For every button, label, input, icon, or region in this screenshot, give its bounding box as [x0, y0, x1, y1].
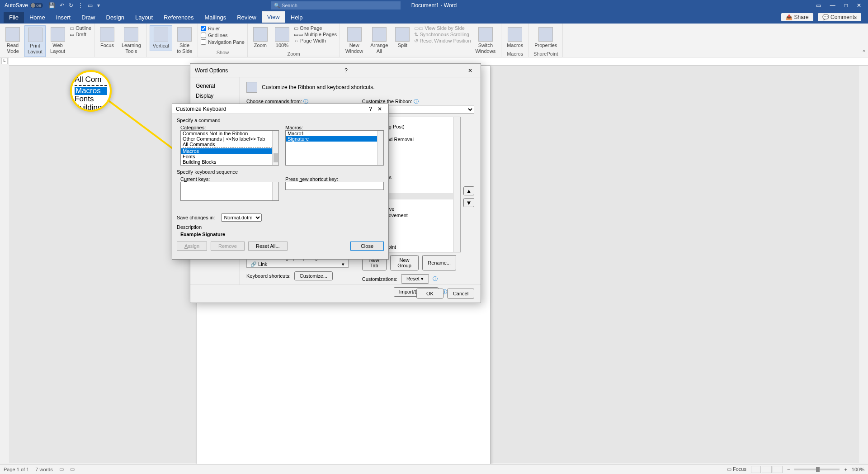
- zoom-button[interactable]: Zoom: [250, 25, 270, 50]
- title-bar: AutoSave Off 💾 ↶ ↻ ⋮ ▭ ▾ Document1 - Wor…: [0, 0, 868, 11]
- dialog-title: Customize Keyboard: [176, 106, 226, 112]
- toggle-switch[interactable]: Off: [30, 3, 43, 8]
- reset-all-button[interactable]: Reset All...: [248, 242, 288, 251]
- macro-record-icon[interactable]: ▭: [70, 466, 75, 472]
- group-label: Show: [201, 49, 245, 55]
- learning-tools-button[interactable]: LearningTools: [119, 25, 144, 56]
- scrollbar[interactable]: [377, 131, 383, 165]
- read-view-icon[interactable]: [751, 466, 761, 473]
- scrollbar[interactable]: [453, 117, 460, 252]
- save-in-select[interactable]: Normal.dotm: [221, 213, 262, 222]
- reset-button[interactable]: Reset ▾: [401, 274, 429, 284]
- new-shortcut-label: Press new shortcut key:: [285, 176, 384, 182]
- move-down-button[interactable]: ▼: [463, 198, 474, 207]
- tab-view[interactable]: View: [262, 11, 285, 24]
- page-width-button[interactable]: ↔ Page Width: [294, 38, 337, 43]
- list-item[interactable]: 🔗 Link ▾: [247, 261, 348, 268]
- tab-home[interactable]: Home: [24, 12, 51, 23]
- spell-check-icon[interactable]: ▭: [59, 466, 64, 472]
- page-status[interactable]: Page 1 of 1: [4, 467, 29, 472]
- close-icon[interactable]: ✕: [857, 2, 861, 9]
- switch-windows-button[interactable]: SwitchWindows: [473, 25, 499, 56]
- share-button[interactable]: 📤 Share: [781, 13, 813, 21]
- group-label: SharePoint: [532, 50, 560, 57]
- multiple-pages-button[interactable]: ▭▭ Multiple Pages: [294, 32, 337, 38]
- nav-display[interactable]: Display: [190, 91, 240, 101]
- tab-references[interactable]: References: [158, 12, 199, 23]
- macros-button[interactable]: Macros: [504, 25, 526, 50]
- web-layout-button[interactable]: WebLayout: [47, 25, 68, 56]
- draft-button[interactable]: ▭ Draft: [70, 32, 91, 38]
- focus-button[interactable]: Focus: [97, 25, 117, 50]
- gridlines-checkbox[interactable]: Gridlines: [201, 32, 245, 38]
- qat-dropdown-icon[interactable]: ▾: [97, 2, 100, 9]
- help-icon[interactable]: ?: [341, 66, 351, 76]
- collapse-ribbon-icon[interactable]: ˄: [862, 49, 866, 57]
- redo-icon[interactable]: ↻: [69, 2, 73, 9]
- search-box[interactable]: 🔍 Search: [271, 1, 401, 9]
- nav-general[interactable]: General: [190, 81, 240, 91]
- zoom-in-icon[interactable]: +: [844, 467, 847, 472]
- outline-button[interactable]: ▭ Outline: [70, 25, 91, 31]
- print-layout-button[interactable]: PrintLayout: [24, 25, 46, 57]
- ribbon-display-icon[interactable]: ▭: [816, 2, 821, 9]
- tab-help[interactable]: Help: [285, 12, 308, 23]
- web-view-icon[interactable]: [773, 466, 783, 473]
- maximize-icon[interactable]: □: [844, 2, 848, 9]
- tab-layout[interactable]: Layout: [130, 12, 158, 23]
- undo-icon[interactable]: ↶: [60, 2, 64, 9]
- nav-pane-checkbox[interactable]: Navigation Pane: [201, 39, 245, 45]
- side-to-side-button[interactable]: Sideto Side: [174, 25, 195, 56]
- cancel-button[interactable]: Cancel: [447, 289, 474, 299]
- autosave-toggle[interactable]: AutoSave Off: [5, 2, 43, 9]
- categories-listbox[interactable]: Commands Not in the Ribbon Other Command…: [180, 130, 279, 166]
- zoom-out-icon[interactable]: −: [787, 467, 790, 472]
- new-group-button[interactable]: New Group: [390, 255, 419, 270]
- ruler-checkbox[interactable]: Ruler: [201, 25, 245, 32]
- tab-draw[interactable]: Draw: [76, 12, 100, 23]
- info-icon[interactable]: ⓘ: [433, 275, 438, 282]
- macros-listbox[interactable]: Macro1 Signature: [285, 130, 384, 166]
- close-button[interactable]: Close: [350, 242, 384, 251]
- save-icon[interactable]: 💾: [48, 2, 55, 9]
- print-view-icon[interactable]: [762, 466, 772, 473]
- split-button[interactable]: Split: [392, 25, 412, 50]
- arrange-all-button[interactable]: ArrangeAll: [368, 25, 391, 56]
- ok-button[interactable]: OK: [416, 289, 443, 299]
- tab-review[interactable]: Review: [231, 12, 262, 23]
- magnifier-item-selected: Macros: [75, 87, 107, 95]
- qat-icon[interactable]: ▭: [88, 2, 93, 9]
- assign-button: Assign: [177, 242, 207, 251]
- new-shortcut-input[interactable]: [285, 182, 384, 190]
- tab-mailings[interactable]: Mailings: [199, 12, 232, 23]
- customize-keyboard-dialog: Customize Keyboard ? ✕ Specify a command…: [172, 104, 389, 260]
- word-count[interactable]: 7 words: [35, 467, 53, 472]
- qat-icon[interactable]: ⋮: [78, 2, 83, 9]
- properties-button[interactable]: Properties: [532, 25, 560, 50]
- help-icon[interactable]: ?: [366, 106, 375, 112]
- move-up-button[interactable]: ▲: [463, 186, 474, 195]
- zoom-100-button[interactable]: 100%: [272, 25, 292, 50]
- vertical-button[interactable]: Vertical: [150, 25, 172, 51]
- zoom-level[interactable]: 100%: [852, 467, 864, 472]
- customize-button[interactable]: Customize...: [294, 271, 333, 280]
- comments-button[interactable]: 💬 Comments: [818, 13, 861, 21]
- rename-button[interactable]: Rename...: [422, 255, 456, 270]
- focus-mode[interactable]: ▭ Focus: [727, 466, 746, 472]
- zoom-slider[interactable]: [794, 469, 840, 470]
- tab-design[interactable]: Design: [101, 12, 130, 23]
- ruler-corner[interactable]: L: [1, 58, 8, 64]
- close-icon[interactable]: ✕: [375, 106, 385, 112]
- current-keys-list[interactable]: [180, 182, 279, 201]
- minimize-icon[interactable]: —: [830, 2, 835, 9]
- new-window-button[interactable]: NewWindow: [343, 25, 366, 56]
- tab-insert[interactable]: Insert: [51, 12, 76, 23]
- autosave-label: AutoSave: [5, 2, 28, 9]
- scrollbar[interactable]: [272, 131, 278, 165]
- close-icon[interactable]: ✕: [464, 66, 476, 76]
- ribbon-tabs: File Home Insert Draw Design Layout Refe…: [0, 11, 868, 24]
- scrollbar[interactable]: [272, 182, 278, 200]
- tab-file[interactable]: File: [4, 12, 24, 23]
- read-mode-button[interactable]: ReadMode: [3, 25, 23, 56]
- one-page-button[interactable]: ▭ One Page: [294, 25, 337, 31]
